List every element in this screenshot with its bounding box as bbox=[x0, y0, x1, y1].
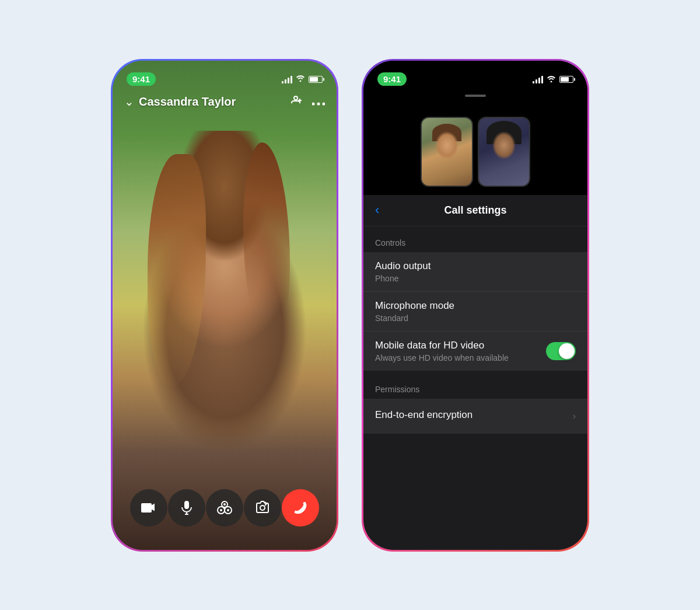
toggle-knob bbox=[559, 343, 575, 359]
mobile-data-right bbox=[546, 342, 576, 360]
mobile-data-subtitle: Always use HD video when available bbox=[375, 353, 546, 362]
status-time-left: 9:41 bbox=[127, 72, 156, 86]
wifi-icon-right bbox=[547, 74, 556, 85]
controls-section: Controls Audio output Phone Microphone m… bbox=[363, 226, 587, 371]
mobile-data-left: Mobile data for HD video Always use HD v… bbox=[375, 340, 546, 362]
call-header: ⌄ Cassandra Taylor bbox=[113, 90, 337, 114]
add-person-icon[interactable] bbox=[289, 95, 303, 109]
person1-face bbox=[432, 130, 461, 165]
microphone-mode-row[interactable]: Microphone mode Standard bbox=[363, 292, 587, 332]
audio-output-row[interactable]: Audio output Phone bbox=[363, 252, 587, 292]
video-toggle-button[interactable] bbox=[130, 489, 167, 527]
left-phone-inner: 9:41 bbox=[113, 61, 337, 550]
status-icons-left bbox=[282, 75, 323, 83]
permissions-section: Permissions End-to-end encryption › bbox=[363, 371, 587, 434]
signal-bar-1 bbox=[282, 81, 284, 83]
signal-bar-2 bbox=[285, 79, 286, 83]
effects-icon bbox=[216, 501, 233, 515]
video-call-background: 9:41 bbox=[113, 61, 337, 550]
svg-point-2 bbox=[323, 102, 326, 105]
wifi-icon bbox=[296, 75, 305, 83]
drag-handle bbox=[465, 95, 486, 97]
person2-face bbox=[489, 130, 519, 165]
signal-bar-3 bbox=[288, 78, 289, 83]
microphone-icon bbox=[181, 500, 192, 515]
audio-output-subtitle: Phone bbox=[375, 274, 576, 283]
svg-point-0 bbox=[312, 102, 315, 105]
settings-nav-bar: ‹ Call settings bbox=[363, 195, 587, 226]
person2-video bbox=[479, 118, 529, 186]
settings-nav-title: Call settings bbox=[444, 204, 506, 217]
svg-point-10 bbox=[260, 506, 265, 510]
call-controls bbox=[113, 489, 337, 527]
back-button[interactable]: ‹ bbox=[375, 203, 379, 218]
more-options-icon[interactable] bbox=[312, 95, 325, 109]
status-time-right: 9:41 bbox=[377, 72, 407, 86]
e2e-encryption-left: End-to-end encryption bbox=[375, 409, 573, 423]
signal-bar-r2 bbox=[536, 79, 537, 83]
chevron-right-icon: › bbox=[573, 411, 576, 421]
e2e-encryption-right: › bbox=[573, 411, 576, 421]
svg-point-7 bbox=[220, 509, 222, 511]
person1-video bbox=[422, 118, 472, 186]
audio-output-left: Audio output Phone bbox=[375, 260, 576, 283]
battery-icon-right bbox=[559, 76, 573, 83]
right-phone-frame: 9:41 bbox=[362, 59, 589, 552]
signal-bar-r1 bbox=[533, 81, 534, 83]
caller-name: Cassandra Taylor bbox=[139, 95, 236, 109]
thumbnail-person2[interactable] bbox=[478, 117, 530, 187]
microphone-mode-left: Microphone mode Standard bbox=[375, 300, 576, 323]
permissions-section-header: Permissions bbox=[363, 385, 587, 399]
phones-container: 9:41 bbox=[111, 59, 589, 552]
right-phone-inner: 9:41 bbox=[363, 61, 587, 550]
microphone-mode-subtitle: Standard bbox=[375, 313, 576, 323]
left-phone-frame: 9:41 bbox=[111, 59, 338, 552]
mute-button[interactable] bbox=[168, 489, 205, 527]
flip-camera-icon bbox=[255, 501, 270, 515]
controls-group: Audio output Phone Microphone mode Stand… bbox=[363, 252, 587, 371]
microphone-mode-title: Microphone mode bbox=[375, 300, 576, 312]
mobile-data-row[interactable]: Mobile data for HD video Always use HD v… bbox=[363, 332, 587, 371]
permissions-group: End-to-end encryption › bbox=[363, 399, 587, 434]
battery-fill bbox=[310, 77, 318, 82]
svg-point-8 bbox=[227, 509, 229, 511]
end-call-button[interactable] bbox=[282, 489, 319, 527]
thumbnail-person1[interactable] bbox=[421, 117, 473, 187]
call-header-left: ⌄ Cassandra Taylor bbox=[124, 95, 236, 109]
signal-icon bbox=[282, 75, 292, 83]
flip-camera-button[interactable] bbox=[244, 489, 281, 527]
mobile-data-title: Mobile data for HD video bbox=[375, 340, 546, 351]
status-icons-right bbox=[533, 74, 573, 85]
chevron-down-icon[interactable]: ⌄ bbox=[124, 95, 134, 109]
audio-output-title: Audio output bbox=[375, 260, 576, 272]
e2e-encryption-row[interactable]: End-to-end encryption › bbox=[363, 399, 587, 434]
call-header-right bbox=[289, 95, 325, 109]
signal-bar-r3 bbox=[538, 78, 540, 83]
signal-bar-r4 bbox=[541, 76, 543, 83]
hd-video-toggle[interactable] bbox=[546, 342, 576, 360]
svg-point-1 bbox=[317, 102, 320, 105]
svg-point-9 bbox=[223, 503, 226, 506]
status-bar-left: 9:41 bbox=[113, 61, 337, 90]
svg-rect-3 bbox=[184, 501, 189, 509]
controls-section-header: Controls bbox=[363, 238, 587, 252]
signal-icon-right bbox=[533, 75, 543, 83]
e2e-encryption-title: End-to-end encryption bbox=[375, 409, 573, 421]
end-call-icon bbox=[292, 502, 309, 514]
battery-fill-right bbox=[561, 77, 569, 82]
battery-icon bbox=[309, 76, 323, 83]
status-bar-right: 9:41 bbox=[363, 61, 587, 90]
video-camera-icon bbox=[141, 502, 156, 514]
signal-bar-4 bbox=[290, 76, 292, 83]
video-thumbnails bbox=[363, 90, 587, 195]
effects-button[interactable] bbox=[206, 489, 243, 527]
